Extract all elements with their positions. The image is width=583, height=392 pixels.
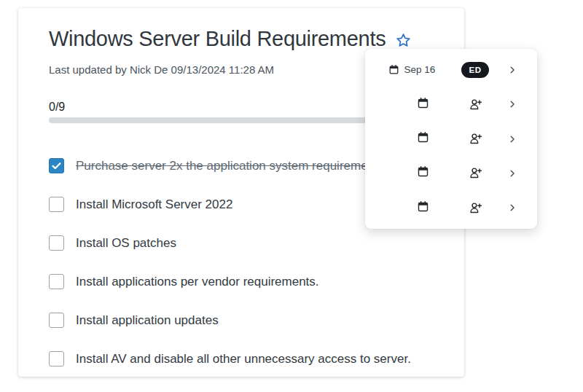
person-add-icon [469,132,482,146]
popover-row [365,156,537,190]
due-date-button[interactable] [417,97,429,112]
chevron-right-icon [507,134,517,144]
checkbox-unchecked[interactable] [49,274,64,289]
chevron-right-icon [507,99,517,109]
checklist-item-label: Install OS patches [76,236,176,251]
chevron-right-icon [507,168,517,179]
due-date-button[interactable] [417,200,429,216]
due-date-label: Sep 16 [404,64,436,75]
checklist-item-label: Install applications per vendor requirem… [76,275,319,289]
card-header: Windows Server Build Requirements [49,27,412,51]
checkbox-unchecked[interactable] [49,235,64,251]
popover-row [365,122,537,156]
page-title: Windows Server Build Requirements [49,27,386,51]
due-date-button[interactable] [417,131,429,146]
checkbox-unchecked[interactable] [49,351,64,366]
calendar-icon [388,64,399,75]
checklist-item-label: Install AV and disable all other unneces… [76,352,411,366]
checklist-row: Install OS patches [49,224,470,262]
checkmark-icon [50,160,63,172]
due-date-button[interactable]: Sep 16 [388,64,436,75]
star-icon [395,32,412,49]
person-add-icon [469,201,482,215]
expand-row-button[interactable] [507,203,517,213]
item-actions-popover: Sep 16 ED [365,49,537,229]
last-updated-text: Last updated by Nick De 09/13/2024 11:28… [49,63,274,76]
expand-row-button[interactable] [507,168,517,179]
person-add-icon [469,166,482,180]
calendar-icon [417,200,429,213]
checklist-item-label: Purchase server 2x the application syste… [76,159,384,173]
assign-user-button[interactable] [469,201,482,215]
due-date-button[interactable] [417,165,429,181]
expand-row-button[interactable] [507,99,517,109]
popover-row [365,87,537,121]
checkbox-checked[interactable] [49,158,64,173]
progress-count: 0/9 [49,101,65,114]
checkbox-unchecked[interactable] [49,197,64,212]
assignee-avatar[interactable]: ED [461,62,489,78]
expand-row-button[interactable] [507,65,517,75]
chevron-right-icon [507,203,517,213]
assign-user-button[interactable] [469,132,482,146]
favorite-button[interactable] [394,31,412,49]
checklist-row: Install applications per vendor requirem… [49,262,470,301]
chevron-right-icon [507,65,517,75]
calendar-icon [417,131,429,144]
checklist-row: Install application updates [49,301,470,340]
checkbox-unchecked[interactable] [49,313,64,328]
popover-row: Sep 16 ED [365,52,537,87]
assign-user-button[interactable] [469,166,482,180]
calendar-icon [417,165,429,178]
checklist-item-label: Install Microsoft Server 2022 [76,197,232,212]
checklist-item-label: Install application updates [76,313,219,328]
calendar-icon [417,97,429,109]
popover-row [365,191,537,225]
checklist-row: Install AV and disable all other unneces… [49,340,470,378]
assign-user-button[interactable] [469,98,482,111]
expand-row-button[interactable] [507,134,517,144]
person-add-icon [469,98,482,111]
